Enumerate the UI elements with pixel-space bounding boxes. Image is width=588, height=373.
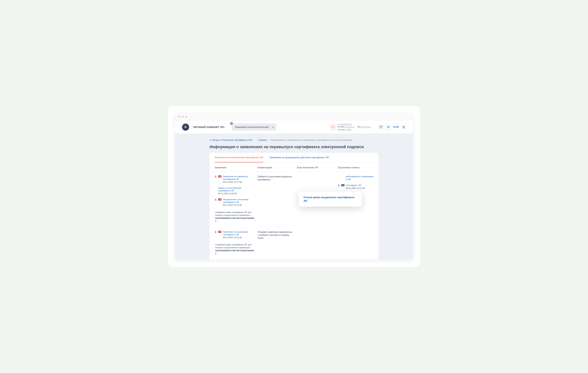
doc-link: Запрос на изготовление сертификата ЭП — [218, 187, 254, 192]
chevron-left-icon — [210, 139, 211, 141]
app-title: ЛИЧНЫЙ КАБИНЕТ ИП — [193, 125, 224, 129]
doc-item[interactable]: Запрос на изготовление сертификата ЭП 06… — [215, 187, 254, 195]
response-item[interactable]: zip Сертификат ЭП 06.12.2022 15:21:09 — [338, 184, 373, 189]
doc-item[interactable]: pdf Заявление на перевыпуск сертификата … — [215, 231, 254, 239]
tab-manufacture[interactable]: Заявления на изготовление сертификата ЭП — [215, 153, 263, 162]
doc-date: 06.12.2022 15:20:31 — [218, 192, 254, 195]
download-icon — [215, 198, 217, 201]
responses-cell: необходимости содержимым 21:08 zip — [338, 175, 373, 189]
back-link[interactable]: Назад в «Получение сертификата ЭП» — [210, 139, 253, 141]
greeting-badge: 3 — [230, 122, 233, 125]
greeting-dropdown[interactable]: 3 Уважаемый налогоплательщик! — [231, 123, 276, 131]
download-icon — [338, 184, 340, 187]
doc-date: 06.12.2022 15:17:50 — [223, 181, 254, 183]
traffic-light-zoom[interactable] — [185, 116, 187, 118]
avatar[interactable]: ХС — [330, 124, 336, 130]
doc-date: 06.12.2022 15:21:56 — [223, 204, 254, 206]
menu-button[interactable] — [401, 124, 406, 130]
chevron-down-icon — [272, 126, 274, 128]
doc-link: Заявление на перевыпуск сертификата ЭП — [223, 231, 254, 236]
app-viewport: ЛИЧНЫЙ КАБИНЕТ ИП 3 Уважаемый налогоплат… — [175, 121, 413, 260]
breadcrumb: Главная › Информация о заявлениях на пер… — [258, 139, 353, 141]
response-date: 21:08 — [346, 178, 373, 180]
response-link: необходимости содержимым — [346, 175, 373, 178]
col-responses: Полученные ответы — [338, 166, 373, 169]
breadcrumb-current: Информация о заявлениях на перевыпуск се… — [271, 139, 352, 141]
traffic-light-close[interactable] — [178, 116, 180, 118]
serial-block: Серийный номер сертификата ЭП, для котор… — [215, 210, 254, 224]
traffic-light-minimize[interactable] — [182, 116, 184, 118]
system-label: Система: — [337, 129, 345, 131]
chevron-right-icon: › — [268, 139, 269, 141]
serial-number: 015678D9005FAF72B749F73D432CD9D051 — [215, 249, 254, 255]
app-header: ЛИЧНЫЙ КАБИНЕТ ИП 3 Уважаемый налогоплат… — [175, 121, 413, 134]
doc-link: Уведомление о получении сертификата ЭП — [223, 198, 254, 204]
page-title: Информация о заявлениях на перевыпуск се… — [210, 145, 378, 149]
outer-frame: ЛИЧНЫЙ КАБИНЕТ ИП 3 Уважаемый налогоплат… — [168, 106, 420, 267]
serial-block: Серийный номер сертификата ЭП, для котор… — [215, 242, 254, 257]
download-icon — [215, 231, 217, 233]
comment-cell: Требуется отзыв ранее выданного сертифик… — [257, 175, 294, 181]
greeting-text: Уважаемый налогоплательщик! — [235, 126, 269, 128]
chat-button[interactable] — [386, 124, 391, 130]
browser-window: ЛИЧНЫЙ КАБИНЕТ ИП 3 Уважаемый налогоплат… — [175, 113, 413, 260]
table-row: pdf Заявление на перевыпуск сертификата … — [210, 227, 378, 260]
doc-date: 06.12.2022 15:15:32 — [223, 236, 254, 239]
response-item[interactable]: необходимости содержимым 21:08 — [338, 175, 373, 180]
lkfl-button[interactable]: Лк ФЛ — [393, 124, 399, 130]
tab-termination[interactable]: Заявления на прекращение действия сертиф… — [270, 153, 329, 162]
response-link: Сертификат ЭП — [346, 184, 365, 187]
header-actions: Лк ФЛ — [378, 124, 406, 130]
breadcrumb-row: Назад в «Получение сертификата ЭП» Главн… — [210, 137, 378, 145]
pdf-badge-icon: pdf — [218, 175, 221, 178]
notification-dot-icon — [382, 125, 382, 126]
tabs: Заявления на изготовление сертификата ЭП… — [210, 153, 378, 162]
pdf-badge-icon: pdf — [218, 231, 221, 233]
mail-button[interactable] — [378, 124, 384, 130]
window-titlebar — [175, 113, 413, 121]
serial-number: 015678D9005FAF72B749F73D432CD9D051 — [215, 217, 254, 223]
table-header: Заявление Комментарии Этап получения ЭП … — [210, 162, 378, 172]
highlight-callout[interactable]: Отзыв ранее выданного сертификата ЭП — [299, 192, 362, 207]
doc-item[interactable]: pdf Уведомление о получении сертификата … — [215, 198, 254, 206]
download-icon — [215, 175, 217, 178]
zip-badge-icon: zip — [341, 184, 345, 186]
doc-link: Заявление на перевыпуск сертификата ЭП — [223, 175, 254, 181]
inn-label: ИНН — [357, 126, 361, 128]
content-area: Назад в «Получение сертификата ЭП» Главн… — [175, 134, 413, 260]
comment-cell: Отправка заявления завершилась с ошибкой… — [257, 231, 294, 240]
user-meta: ОГРНИП · ИНН Система: — [337, 123, 371, 131]
ogrnip-label: ОГРНИП — [337, 126, 345, 128]
col-application: Заявление — [215, 166, 254, 169]
breadcrumb-home[interactable]: Главная — [258, 139, 267, 141]
menu-icon — [402, 126, 405, 128]
emblem-logo — [182, 123, 189, 131]
col-comments: Комментарии — [257, 166, 294, 169]
user-block: ХС ОГРНИП · ИНН Система: — [330, 123, 371, 131]
docs-cell: pdf Заявление на перевыпуск сертификата … — [215, 231, 254, 257]
response-date: 06.12.2022 15:21:09 — [346, 187, 365, 189]
docs-cell: pdf Заявление на перевыпуск сертификата … — [215, 175, 254, 224]
pdf-badge-icon: pdf — [218, 198, 221, 201]
col-stage: Этап получения ЭП — [297, 166, 335, 169]
doc-item[interactable]: pdf Заявление на перевыпуск сертификата … — [215, 175, 254, 183]
